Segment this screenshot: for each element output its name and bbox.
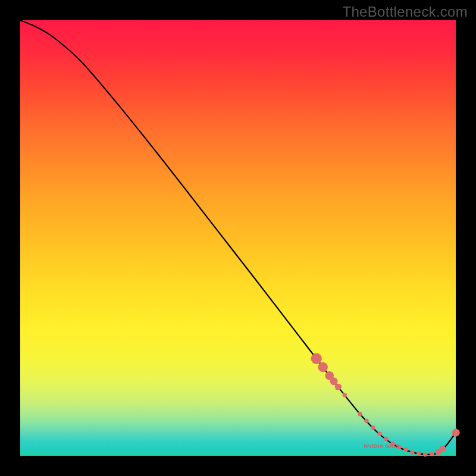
highlight-point xyxy=(410,450,414,454)
highlight-point xyxy=(318,362,328,372)
highlight-point xyxy=(377,432,381,436)
highlight-point xyxy=(440,446,446,452)
highlight-point xyxy=(403,447,408,452)
highlight-point xyxy=(358,412,362,416)
chart-frame: TheBottleneck.com NVIDIA GRID xyxy=(0,0,476,476)
highlight-point xyxy=(311,353,322,364)
highlight-point xyxy=(452,429,459,437)
highlight-point xyxy=(423,452,427,456)
highlight-point xyxy=(371,425,375,430)
highlight-point xyxy=(430,452,434,456)
series-annotation: NVIDIA GRID xyxy=(364,443,400,449)
plot-area: NVIDIA GRID xyxy=(20,20,456,456)
highlight-point xyxy=(364,419,368,423)
highlight-point xyxy=(343,393,347,397)
curve-svg: NVIDIA GRID xyxy=(20,20,456,456)
highlight-point xyxy=(416,451,421,455)
highlight-point xyxy=(335,384,342,390)
watermark-text: TheBottleneck.com xyxy=(342,4,468,20)
highlight-point xyxy=(330,377,338,385)
highlight-point xyxy=(384,437,388,441)
bottleneck-curve-line xyxy=(20,20,456,455)
highlight-points xyxy=(311,353,460,457)
